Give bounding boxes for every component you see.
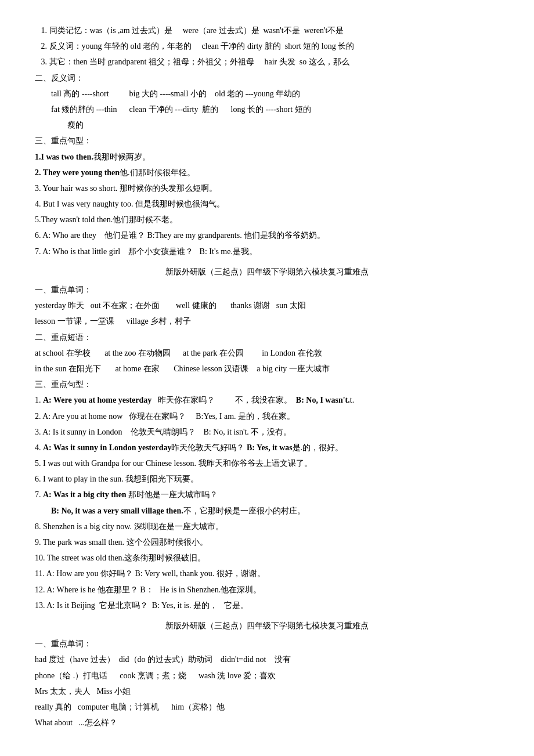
section-sentences-1: 三、重点句型： 1.I was two then.我那时候两岁。 2. They… bbox=[35, 133, 499, 259]
module6-phrase-2: in the sun 在阳光下 at home 在家 Chinese lesso… bbox=[35, 361, 499, 376]
module6-s7: 7. A: Was it a big city then 那时他是一座大城市吗？ bbox=[35, 487, 499, 502]
module6-s12: 12. A: Where is he 他在那里？ B： He is in She… bbox=[35, 583, 499, 597]
sentence-6: 6. A: Who are they 他们是谁？ B:They are my g… bbox=[35, 228, 499, 243]
page-content: 1. 同类记忆：was（is ,am 过去式）是 were（are 过去式）是 … bbox=[35, 23, 499, 730]
antonym-row-3: 瘦的 bbox=[35, 118, 499, 132]
antonyms-title: 二、反义词： bbox=[35, 71, 499, 85]
module6-s4-bold2: B: Yes, it was bbox=[247, 443, 293, 452]
module6-s9: 9. The park was small then. 这个公园那时候很小。 bbox=[35, 535, 499, 549]
sentence-1-cn: 我那时候两岁。 bbox=[93, 153, 150, 161]
module6-vocab-2: lesson 一节课，一堂课 village 乡村，村子 bbox=[35, 314, 499, 328]
module6-sentence-title: 三、重点句型： bbox=[35, 377, 499, 392]
sentences-title-1: 三、重点句型： bbox=[35, 133, 499, 148]
module7-vocab-2: phone（给 .）打电话 cook 烹调；煮；烧 wash 洗 love 爱；… bbox=[35, 668, 499, 683]
module6-s8: 8. Shenzhen is a big city now. 深圳现在是一座大城… bbox=[35, 519, 499, 534]
module6-s7b-bold: B: No, it was a very small village then. bbox=[51, 507, 183, 515]
module6-s1: 1. A: Were you at home yesterday 昨天你在家吗？… bbox=[35, 393, 499, 407]
module6-vocab-title: 一、重点单词： bbox=[35, 283, 499, 297]
module6-phrase-1: at school 在学校 at the zoo 在动物园 at the par… bbox=[35, 346, 499, 360]
module6-vocab: 一、重点单词： yesterday 昨天 out 不在家；在外面 well 健康… bbox=[35, 283, 499, 329]
module7-vocab-1: had 度过（have 过去） did（do 的过去式）助动词 didn't=d… bbox=[35, 652, 499, 667]
sentence-3: 3. Your hair was so short. 那时候你的头发那么短啊。 bbox=[35, 181, 499, 196]
item-3: 3. 其它：then 当时 grandparent 祖父；祖母；外祖父；外祖母 … bbox=[35, 55, 499, 69]
module6-vocab-1: yesterday 昨天 out 不在家；在外面 well 健康的 thanks… bbox=[35, 298, 499, 313]
module6-s3: 3. A: Is it sunny in London 伦敦天气晴朗吗？ B: … bbox=[35, 425, 499, 439]
module6-s6: 6. I want to play in the sun. 我想到阳光下玩要。 bbox=[35, 472, 499, 486]
section-antonyms: 二、反义词： tall 高的 ----short big 大的 ----smal… bbox=[35, 71, 499, 133]
module6-s1-bold: A: Were you at home yesterday bbox=[43, 396, 151, 404]
module6-s11: 11. A: How are you 你好吗？ B: Very well, th… bbox=[35, 566, 499, 581]
module7-header: 新版外研版（三起点）四年级下学期第七模块复习重难点 bbox=[35, 618, 499, 633]
module6-header: 新版外研版（三起点）四年级下学期第六模块复习重难点 bbox=[35, 265, 499, 279]
section-synonyms: 1. 同类记忆：was（is ,am 过去式）是 were（are 过去式）是 … bbox=[35, 23, 499, 70]
module7-vocab-3: Mrs 太太，夫人 Miss 小姐 bbox=[35, 684, 499, 699]
module7-vocab-title: 一、重点单词： bbox=[35, 636, 499, 651]
module6-s2: 2. A: Are you at home now 你现在在家吗？ B:Yes,… bbox=[35, 409, 499, 424]
sentence-2-cn: 他.们那时候很年轻。 bbox=[120, 168, 195, 177]
module7-vocab-5: What about ...怎么样？ bbox=[35, 715, 499, 730]
module6-s10: 10. The street was old then.这条街那时候很破旧。 bbox=[35, 551, 499, 565]
module6-s4: 4. A: Was it sunny in London yesterday昨天… bbox=[35, 440, 499, 455]
module6-s7b: B: No, it was a very small village then.… bbox=[35, 504, 499, 518]
antonym-row-2: fat 矮的胖的 ---thin clean 干净的 ---dirty 脏的 l… bbox=[35, 102, 499, 117]
sentence-4: 4. But I was very naughty too. 但是我那时候也很淘… bbox=[35, 197, 499, 211]
sentence-5: 5.They wasn't told then.他们那时候不老。 bbox=[35, 212, 499, 227]
module6-phrase-title: 二、重点短语： bbox=[35, 330, 499, 345]
module7-vocab-4: really 真的 computer 电脑；计算机 him（宾格）他 bbox=[35, 700, 499, 714]
module6-s4-bold: A: Was it sunny in London yesterday bbox=[43, 443, 171, 452]
sentence-2: 2. They were young then他.们那时候很年轻。 bbox=[35, 165, 499, 180]
sentence-1-bold: 1.I was two then. bbox=[35, 153, 93, 161]
module6-phrases: 二、重点短语： at school 在学校 at the zoo 在动物园 at… bbox=[35, 330, 499, 377]
sentence-1: 1.I was two then.我那时候两岁。 bbox=[35, 150, 499, 164]
item-2: 2. 反义词：young 年轻的 old 老的，年老的 clean 干净的 di… bbox=[35, 39, 499, 53]
sentence-7: 7. A: Who is that little girl 那个小女孩是谁？ B… bbox=[35, 244, 499, 259]
item-1: 1. 同类记忆：was（is ,am 过去式）是 were（are 过去式）是 … bbox=[35, 23, 499, 38]
module6-s7-bold: A: Was it a big city then bbox=[43, 490, 127, 499]
module6-s1-bold2: B: No, I wasn't. bbox=[296, 396, 350, 404]
module6-sentences: 三、重点句型： 1. A: Were you at home yesterday… bbox=[35, 377, 499, 613]
sentence-2-bold: 2. They were young then bbox=[35, 168, 120, 177]
module6-s5: 5. I was out with Grandpa for our Chines… bbox=[35, 456, 499, 471]
antonym-row-1: tall 高的 ----short big 大的 ----small 小的 ol… bbox=[35, 86, 499, 101]
module6-s13: 13. A: Is it Beijing 它是北京吗？ B: Yes, it i… bbox=[35, 598, 499, 613]
module7-vocab: 一、重点单词： had 度过（have 过去） did（do 的过去式）助动词 … bbox=[35, 636, 499, 730]
